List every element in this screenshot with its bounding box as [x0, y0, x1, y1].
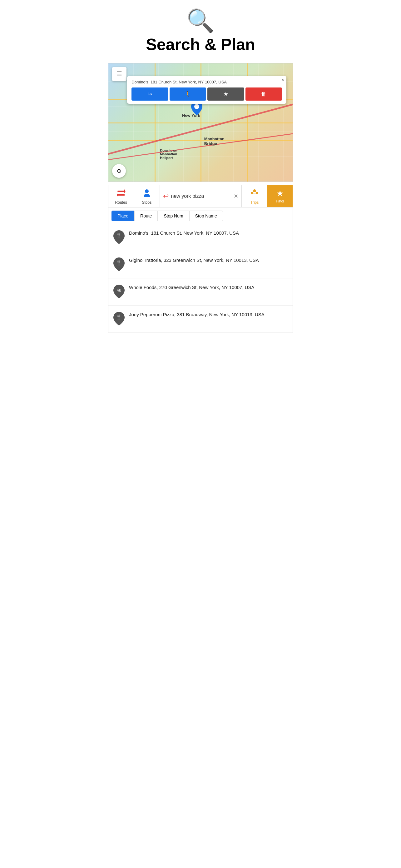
- search-input[interactable]: [171, 193, 234, 199]
- result-icon-1: 🍴: [113, 230, 125, 245]
- location-button[interactable]: ⊙: [112, 164, 126, 178]
- person-button[interactable]: 🚶: [170, 88, 206, 101]
- result-item-1[interactable]: 🍴 Domino's, 181 Church St, New York, NY …: [108, 224, 293, 251]
- result-text-4: Joey Pepperoni Pizza, 381 Broadway, New …: [129, 311, 265, 318]
- svg-text:🛍: 🛍: [117, 287, 121, 292]
- svg-rect-2: [118, 194, 125, 195]
- filter-stopnum[interactable]: Stop Num: [158, 211, 189, 221]
- svg-rect-1: [118, 191, 125, 192]
- svg-line-10: [252, 191, 255, 193]
- svg-text:🍴: 🍴: [116, 260, 122, 266]
- tab-favs[interactable]: ★ Favs: [267, 185, 293, 207]
- result-item-2[interactable]: 🍴 Gigino Trattoria, 323 Greenwich St, Ne…: [108, 251, 293, 278]
- routes-label: Routes: [115, 200, 127, 205]
- stops-icon: [142, 189, 151, 200]
- routes-icon: [117, 189, 126, 200]
- result-text-3: Whole Foods, 270 Greenwich St, New York,…: [129, 284, 255, 290]
- bottom-bar: Routes Stops ↩ ✕: [108, 185, 293, 333]
- tab-routes[interactable]: Routes: [108, 185, 134, 207]
- svg-point-5: [145, 189, 149, 193]
- filter-stopname[interactable]: Stop Name: [189, 211, 223, 221]
- map-container[interactable]: New York ManhattanBridge DowntownManhatt…: [108, 63, 293, 182]
- header-section: 🔍 Search & Plan: [100, 0, 301, 60]
- svg-text:🍴: 🍴: [116, 232, 122, 239]
- map-label-downtown: DowntownManhattanHeliport: [160, 148, 177, 160]
- result-text-1: Domino's, 181 Church St, New York, NY 10…: [129, 230, 239, 236]
- tab-trips[interactable]: Trips: [242, 185, 267, 207]
- filter-route[interactable]: Route: [134, 211, 158, 221]
- star-button[interactable]: ★: [207, 88, 244, 101]
- popup-actions: ↪ 🚶 ★ 🗑: [132, 88, 282, 101]
- map-popup: × Domino's, 181 Church St, New York, NY …: [127, 76, 287, 104]
- hamburger-button[interactable]: ☰: [112, 67, 127, 81]
- svg-marker-3: [124, 189, 126, 193]
- navigate-button[interactable]: ↪: [132, 88, 168, 101]
- filter-tabs: Place Route Stop Num Stop Name: [108, 208, 293, 224]
- search-clear-button[interactable]: ✕: [234, 193, 238, 200]
- map-label-bridge: ManhattanBridge: [204, 136, 225, 146]
- svg-point-0: [194, 104, 199, 109]
- svg-text:🍴: 🍴: [116, 314, 122, 320]
- result-item-3[interactable]: 🛍 Whole Foods, 270 Greenwich St, New Yor…: [108, 278, 293, 306]
- favs-label: Favs: [276, 199, 284, 204]
- search-icon: 🔍: [187, 9, 214, 32]
- popup-close-button[interactable]: ×: [282, 78, 284, 82]
- page-title: Search & Plan: [146, 35, 255, 54]
- trips-icon: [250, 189, 259, 200]
- popup-address: Domino's, 181 Church St, New York, NY 10…: [132, 80, 282, 84]
- svg-marker-4: [117, 193, 118, 197]
- result-text-2: Gigino Trattoria, 323 Greenwich St, New …: [129, 257, 259, 264]
- svg-line-11: [255, 191, 257, 193]
- result-icon-4: 🍴: [113, 312, 125, 327]
- tab-stops[interactable]: Stops: [134, 185, 160, 207]
- trips-label: Trips: [250, 200, 259, 205]
- result-icon-3: 🛍: [113, 285, 125, 300]
- delete-button[interactable]: 🗑: [245, 88, 282, 101]
- favs-icon: ★: [276, 189, 283, 198]
- result-icon-2: 🍴: [113, 257, 125, 273]
- stops-label: Stops: [142, 200, 152, 205]
- nav-tabs: Routes Stops ↩ ✕: [108, 185, 293, 208]
- filter-place[interactable]: Place: [111, 211, 134, 221]
- result-item-4[interactable]: 🍴 Joey Pepperoni Pizza, 381 Broadway, Ne…: [108, 306, 293, 333]
- search-tab[interactable]: ↩ ✕: [160, 185, 242, 207]
- results-list: 🍴 Domino's, 181 Church St, New York, NY …: [108, 224, 293, 333]
- back-icon: ↩: [163, 192, 169, 200]
